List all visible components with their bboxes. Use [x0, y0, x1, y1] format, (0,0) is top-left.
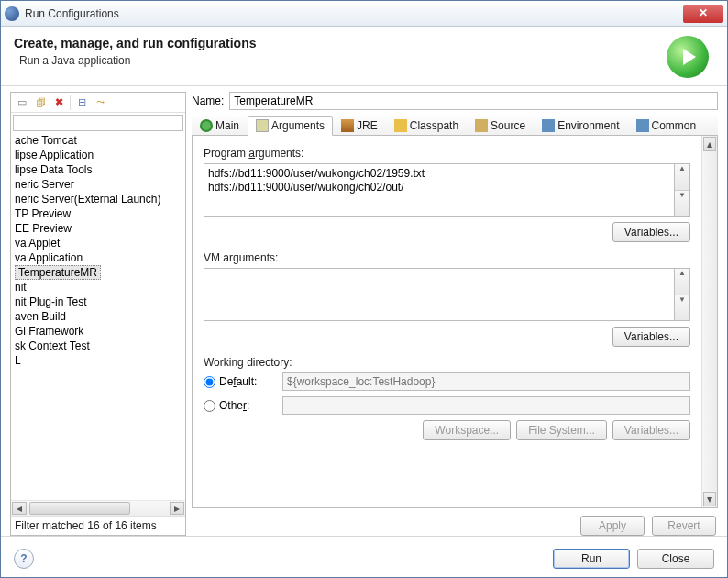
run-hero-icon: [667, 36, 709, 78]
jre-icon: [341, 119, 354, 132]
default-radio[interactable]: [204, 376, 215, 388]
filter-status: Filter matched 16 of 16 items: [11, 516, 185, 535]
collapse-all-icon[interactable]: ⊟: [74, 95, 89, 110]
tab-label: Main: [215, 119, 239, 132]
tree-item[interactable]: lipse Application: [11, 148, 185, 162]
tab-label: Arguments: [271, 119, 325, 132]
workspace-button[interactable]: Workspace...: [423, 420, 511, 440]
v-scrollbar[interactable]: ▴ ▾: [701, 136, 717, 507]
name-label: Name:: [192, 94, 224, 107]
delete-config-icon[interactable]: ✖: [51, 95, 66, 110]
tree-item[interactable]: nit Plug-in Test: [11, 295, 185, 309]
vm-args-textarea[interactable]: [204, 268, 675, 321]
h-scrollbar[interactable]: ◂ ▸: [11, 500, 185, 516]
tree-item[interactable]: EE Preview: [11, 221, 185, 236]
src-icon: [475, 119, 488, 132]
filter-icon[interactable]: ⤳: [93, 95, 107, 110]
program-args-spinner[interactable]: ▲▼: [675, 163, 690, 217]
tree-item[interactable]: ache Tomcat: [11, 133, 185, 148]
tab-label: Environment: [557, 119, 619, 132]
tab-main[interactable]: Main: [192, 116, 248, 135]
args-icon: [256, 119, 269, 132]
name-input[interactable]: [229, 92, 718, 110]
program-args-label: Program arguments:: [204, 147, 690, 160]
tab-classpath[interactable]: Classpath: [386, 116, 467, 135]
other-radio[interactable]: [204, 400, 215, 412]
other-radio-label: Other:: [219, 399, 249, 412]
config-tree[interactable]: ache Tomcatlipse Applicationlipse Data T…: [11, 133, 185, 500]
other-dir-field: [282, 396, 690, 415]
tree-item[interactable]: lipse Data Tools: [11, 162, 185, 177]
tab-label: Source: [491, 119, 525, 132]
config-editor: Name: MainArgumentsJREClasspathSourceEnv…: [192, 92, 718, 536]
window-close-button[interactable]: ✕: [683, 5, 723, 23]
eclipse-icon: [5, 6, 19, 21]
default-radio-row[interactable]: Default:: [204, 375, 277, 388]
default-dir-field: [282, 372, 690, 391]
page-subtitle: Run a Java application: [19, 54, 667, 67]
header: Create, manage, and run configurations R…: [1, 27, 727, 86]
tab-arguments[interactable]: Arguments: [248, 116, 333, 136]
tree-item[interactable]: nit: [11, 280, 185, 295]
duplicate-config-icon[interactable]: 🗐: [33, 95, 48, 110]
tab-label: Common: [652, 119, 697, 132]
help-icon[interactable]: ?: [14, 549, 34, 569]
toolbar-separator: [70, 95, 71, 110]
tab-environment[interactable]: Environment: [534, 116, 627, 135]
scroll-up-icon[interactable]: ▴: [703, 137, 716, 151]
env-icon: [542, 119, 555, 132]
filesystem-button[interactable]: File System...: [516, 420, 607, 440]
tree-item[interactable]: neric Server(External Launch): [11, 192, 185, 206]
tree-item[interactable]: neric Server: [11, 177, 185, 192]
wd-variables-button[interactable]: Variables...: [612, 420, 690, 440]
tab-label: JRE: [357, 119, 378, 132]
close-button[interactable]: Close: [637, 549, 714, 569]
tree-item[interactable]: Gi Framework: [11, 324, 185, 339]
tree-item[interactable]: va Applet: [11, 236, 185, 250]
vm-variables-button[interactable]: Variables...: [612, 327, 690, 347]
com-icon: [636, 119, 649, 132]
main-icon: [200, 119, 213, 132]
tree-item[interactable]: TemperatureMR: [15, 265, 101, 280]
scroll-thumb[interactable]: [29, 502, 130, 515]
titlebar: Run Configurations ✕: [1, 1, 727, 27]
arguments-panel: Program arguments: ▲▼ Variables... VM ar…: [193, 136, 701, 507]
tab-bar: MainArgumentsJREClasspathSourceEnvironme…: [192, 116, 718, 136]
tab-label: Classpath: [410, 119, 458, 132]
apply-button[interactable]: Apply: [580, 516, 645, 536]
tree-item[interactable]: TP Preview: [11, 206, 185, 221]
vm-args-label: VM arguments:: [204, 251, 690, 264]
configurations-panel: ▭ 🗐 ✖ ⊟ ⤳ ache Tomcatlipse Applicationli…: [10, 92, 186, 536]
tree-item[interactable]: va Application: [11, 250, 185, 265]
window-title: Run Configurations: [25, 7, 119, 20]
revert-button[interactable]: Revert: [652, 516, 716, 536]
tree-item[interactable]: L: [11, 353, 185, 368]
working-dir-label: Working directory:: [204, 356, 690, 369]
left-toolbar: ▭ 🗐 ✖ ⊟ ⤳: [11, 93, 185, 113]
cls-icon: [394, 119, 407, 132]
filter-input[interactable]: [13, 115, 183, 131]
tree-item[interactable]: sk Context Test: [11, 339, 185, 353]
scroll-left-icon[interactable]: ◂: [12, 502, 27, 515]
tab-jre[interactable]: JRE: [333, 116, 386, 135]
new-config-icon[interactable]: ▭: [15, 95, 29, 110]
program-args-textarea[interactable]: [204, 163, 675, 217]
scroll-right-icon[interactable]: ▸: [170, 502, 184, 515]
footer: ? Run Close: [1, 536, 727, 578]
page-title: Create, manage, and run configurations: [14, 36, 667, 50]
other-radio-row[interactable]: Other:: [204, 399, 277, 412]
program-variables-button[interactable]: Variables...: [612, 222, 690, 242]
vm-args-spinner[interactable]: ▲▼: [675, 268, 690, 321]
tree-item[interactable]: aven Build: [11, 309, 185, 324]
tab-source[interactable]: Source: [467, 116, 534, 135]
default-radio-label: Default:: [219, 375, 257, 388]
scroll-down-icon[interactable]: ▾: [703, 492, 716, 506]
tab-common[interactable]: Common: [628, 116, 705, 135]
run-button[interactable]: Run: [553, 549, 630, 569]
